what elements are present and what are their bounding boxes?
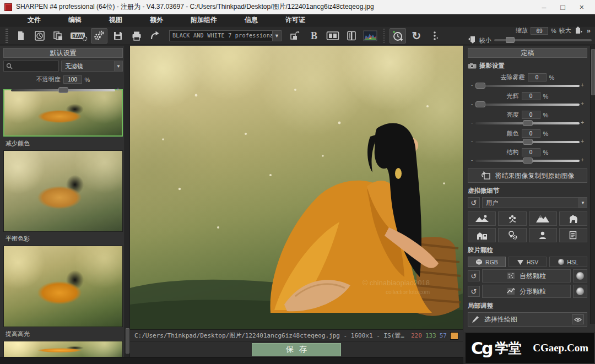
glow-slider-thumb[interactable] [475,101,485,107]
new-file-icon[interactable] [13,28,29,44]
batch-b-icon[interactable]: B [306,28,322,44]
color-slider[interactable]: - + [471,138,584,145]
micro-preset-arrow-icon[interactable]: ▼ [579,197,587,208]
structure-slider-thumb[interactable] [523,157,533,164]
copy-result-button[interactable]: 将结果图像复制到原始图像 [468,169,587,183]
settings-gears-icon[interactable] [91,28,107,44]
preset-thumb-boost-highlights[interactable] [3,341,123,357]
color-value[interactable]: 0 [522,129,540,138]
natural-grain-reset-icon[interactable]: ↺ [468,270,480,281]
preset-flower-icon[interactable] [498,211,526,226]
redo-icon[interactable]: ↻ [408,28,425,44]
filter-dropdown[interactable]: 无滤镜 ▼ [61,61,123,72]
save-icon[interactable] [110,28,126,44]
preset-document-icon[interactable] [559,228,587,242]
glow-value[interactable]: 0 [522,92,540,100]
preset-dropdown[interactable]: BLACK AND WHITE 7 professional ▼ [169,30,282,41]
dehaze-slider-thumb[interactable] [475,83,485,89]
color-slider-thumb[interactable] [523,139,533,145]
natural-grain-sphere-button[interactable] [573,269,587,282]
histogram-icon[interactable] [362,28,378,44]
brightness-slider-thumb[interactable] [523,120,533,126]
menu-edit[interactable]: 编辑 [55,14,95,26]
preset-horse-icon[interactable] [559,211,587,226]
opacity-plus[interactable]: + [116,86,120,93]
left-scrollbar-thumb[interactable] [126,328,129,354]
transfer-icon[interactable] [287,28,304,44]
preset-search[interactable] [3,61,59,72]
split-view-icon[interactable] [324,28,341,44]
close-button[interactable]: × [580,3,584,11]
grain-mode-hsv[interactable]: HSV [509,257,547,267]
grain-mode-hsl[interactable]: HSL [549,257,587,267]
fractal-grain-reset-icon[interactable]: ↺ [468,286,480,297]
filter-dropdown-arrow-icon[interactable]: ▼ [115,61,123,72]
site-url: CGaep.Com [533,342,588,354]
preset-dropdown-value[interactable]: BLACK AND WHITE 7 professional [169,30,273,41]
zoom-slider-thumb[interactable] [506,37,515,43]
brightness-value[interactable]: 0 [522,111,540,119]
copy-save-icon[interactable] [50,28,67,44]
micro-preset-value[interactable]: 用户 [482,197,579,208]
fractal-grain-sphere-button[interactable] [573,285,587,298]
brightness-slider[interactable]: - + [471,119,584,126]
opacity-minus[interactable]: - [7,86,8,93]
preset-dropdown-arrow-icon[interactable]: ▼ [273,30,282,41]
print-icon[interactable] [128,28,145,44]
filter-dropdown-value[interactable]: 无滤镜 [61,61,115,72]
menu-extra[interactable]: 额外 [137,14,176,26]
opacity-value[interactable]: 100 [63,75,82,84]
status-blue-value: 57 [440,332,447,339]
natural-grain-button[interactable]: 自然颗粒 [482,269,571,282]
right-scrollbar-thumb[interactable] [591,49,595,95]
menu-addons[interactable]: 附加组件 [177,14,230,26]
menu-info[interactable]: 信息 [231,14,271,26]
before-after-icon[interactable] [343,28,360,44]
slider-group-color: 颜色 0 % - + [468,129,587,145]
opacity-slider-thumb[interactable] [58,87,68,93]
overflow-chevrons[interactable]: » [586,26,592,35]
timer-icon[interactable] [390,28,406,44]
history-icon[interactable] [31,28,48,44]
cube-icon [475,258,483,265]
grain-mode-rgb[interactable]: RGB [468,257,506,267]
save-button[interactable]: 保存 [252,343,341,356]
glow-slider[interactable]: - + [471,101,584,107]
dehaze-slider[interactable]: - + [471,82,584,89]
structure-slider[interactable]: - + [471,157,584,164]
slider-group-dehaze: 去除雾霾 0 % - + [468,73,587,89]
preset-hills-icon[interactable] [468,211,496,226]
menu-view[interactable]: 视图 [96,14,136,26]
left-scrollbar[interactable] [125,46,129,357]
preset-bulb-gear-icon[interactable] [498,228,526,242]
preset-search-input[interactable] [15,63,56,69]
micro-preset-dropdown[interactable]: 用户 ▼ [482,197,587,208]
fractal-grain-button[interactable]: 分形颗粒 [482,285,571,298]
preset-buildings-icon[interactable] [468,228,496,242]
more-options-icon[interactable] [427,28,443,44]
natural-grain-icon [507,272,515,280]
dehaze-value[interactable]: 0 [528,73,547,82]
fit-larger-icon[interactable] [574,26,583,35]
structure-value[interactable]: 0 [522,148,540,156]
zoom-slider[interactable] [494,39,592,41]
preset-portrait-icon[interactable] [529,228,557,242]
fit-smaller-icon[interactable] [468,36,477,45]
preset-mountain-icon[interactable] [529,211,557,226]
photo-canvas[interactable]: © chinabiaopiao2018 collectionfoto.com [130,46,463,329]
zoom-value[interactable]: 69 [531,27,548,35]
export-icon[interactable] [147,28,164,44]
preset-thumb-reduce-color[interactable] [3,150,123,232]
menu-file[interactable]: 文件 [14,14,54,26]
selective-drawing-button[interactable]: 选择性绘图 [468,312,587,327]
menu-license[interactable]: 许可证 [272,14,318,26]
maximize-button[interactable]: □ [560,3,565,11]
preset-thumb-default[interactable] [3,89,123,137]
right-scrollbar[interactable] [590,46,595,324]
minimize-button[interactable]: – [542,3,547,11]
raw-settings-icon[interactable]: RAW [69,28,89,44]
eye-icon[interactable] [572,314,584,324]
micro-reset-icon[interactable]: ↺ [468,197,480,208]
status-path: C:/Users/Thinkpad/Desktop/图片/122401ancg6… [134,332,408,340]
preset-thumb-balance-color[interactable] [3,246,123,327]
